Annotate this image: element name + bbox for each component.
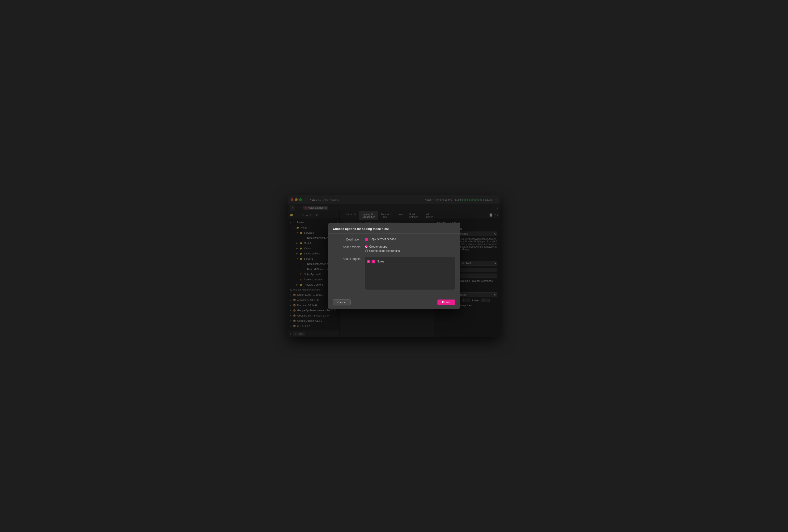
cancel-button[interactable]: Cancel bbox=[333, 299, 351, 306]
added-folders-label: Added folders: bbox=[333, 245, 361, 249]
modal-overlay: Choose options for adding these files: D… bbox=[288, 195, 500, 337]
modal-body: Destination: Copy items if needed Added … bbox=[328, 234, 460, 297]
added-folders-content: Create groups Create folder references bbox=[365, 245, 455, 254]
create-groups-option: Create groups bbox=[365, 245, 455, 248]
add-to-targets-label: Add to targets: bbox=[333, 257, 361, 260]
target-notes-item: N Notes bbox=[367, 259, 453, 264]
modal-footer: Cancel Finish bbox=[328, 297, 460, 309]
add-to-targets-content: N Notes bbox=[365, 257, 455, 290]
create-folder-refs-radio[interactable] bbox=[365, 250, 368, 252]
destination-row: Destination: Copy items if needed bbox=[333, 237, 455, 242]
modal-title: Choose options for adding these files: bbox=[328, 223, 460, 234]
added-folders-row: Added folders: Create groups Create fold… bbox=[333, 245, 455, 254]
target-notes-label: Notes bbox=[377, 260, 384, 263]
finish-button[interactable]: Finish bbox=[437, 299, 455, 305]
targets-box: N Notes bbox=[365, 257, 455, 290]
create-groups-radio[interactable] bbox=[365, 245, 368, 248]
copy-items-option: Copy items if needed bbox=[365, 237, 455, 241]
create-folder-refs-label: Create folder references bbox=[369, 249, 400, 253]
xcode-window: ⬡ Notes #1 – Add "Notes f... Notes › iPh… bbox=[288, 195, 500, 337]
copy-items-checkbox[interactable] bbox=[365, 238, 368, 241]
target-notes-icon: N bbox=[372, 260, 375, 263]
create-groups-label: Create groups bbox=[369, 245, 387, 248]
destination-content: Copy items if needed bbox=[365, 237, 455, 242]
add-to-targets-row: Add to targets: N Notes bbox=[333, 257, 455, 290]
copy-items-label: Copy items if needed bbox=[370, 237, 396, 241]
add-files-modal: Choose options for adding these files: D… bbox=[328, 223, 460, 309]
target-notes-checkbox[interactable] bbox=[367, 260, 370, 263]
destination-label: Destination: bbox=[333, 237, 361, 241]
create-folder-refs-option: Create folder references bbox=[365, 249, 455, 253]
